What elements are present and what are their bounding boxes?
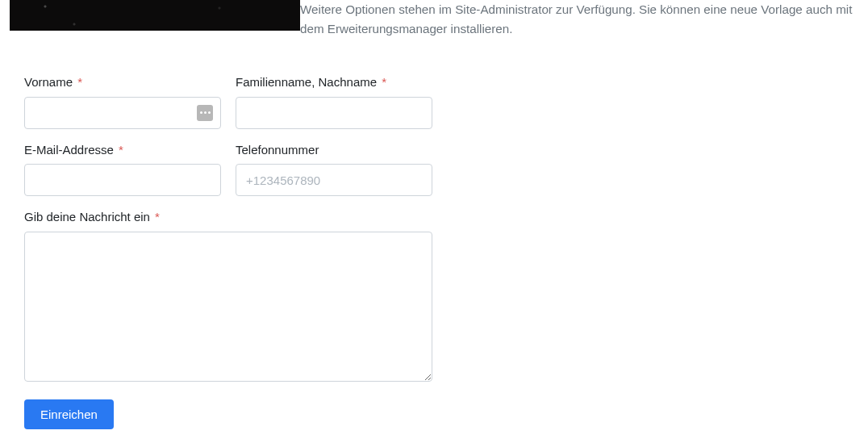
label-email: E-Mail-Addresse *: [24, 142, 221, 158]
label-last-name: Familienname, Nachname *: [236, 74, 432, 90]
field-email: E-Mail-Addresse *: [24, 142, 221, 197]
autofill-icon[interactable]: [197, 105, 213, 121]
input-phone[interactable]: [236, 164, 432, 196]
label-phone-text: Telefonnummer: [236, 143, 319, 157]
required-marker: *: [119, 143, 123, 157]
label-message-text: Gib deine Nachricht ein: [24, 210, 150, 224]
field-message: Gib deine Nachricht ein *: [24, 209, 432, 382]
input-first-name[interactable]: [24, 97, 221, 129]
label-first-name-text: Vorname: [24, 75, 73, 89]
label-email-text: E-Mail-Addresse: [24, 143, 114, 157]
required-marker: *: [77, 75, 82, 89]
label-last-name-text: Familienname, Nachname: [236, 75, 377, 89]
required-marker: *: [382, 75, 386, 89]
submit-button[interactable]: Einreichen: [24, 399, 114, 429]
field-first-name: Vorname *: [24, 74, 221, 129]
label-message: Gib deine Nachricht ein *: [24, 209, 432, 225]
header-image: [10, 0, 300, 31]
field-phone: Telefonnummer: [236, 142, 432, 197]
label-first-name: Vorname *: [24, 74, 221, 90]
textarea-message[interactable]: [24, 232, 432, 382]
input-email[interactable]: [24, 164, 221, 196]
intro-paragraph: Weitere Optionen stehen im Site-Administ…: [300, 0, 858, 39]
contact-form: Vorname * Familienname, Nachname * E-Mai…: [24, 74, 432, 429]
required-marker: *: [155, 210, 160, 224]
field-last-name: Familienname, Nachname *: [236, 74, 432, 129]
label-phone: Telefonnummer: [236, 142, 432, 158]
input-last-name[interactable]: [236, 97, 432, 129]
